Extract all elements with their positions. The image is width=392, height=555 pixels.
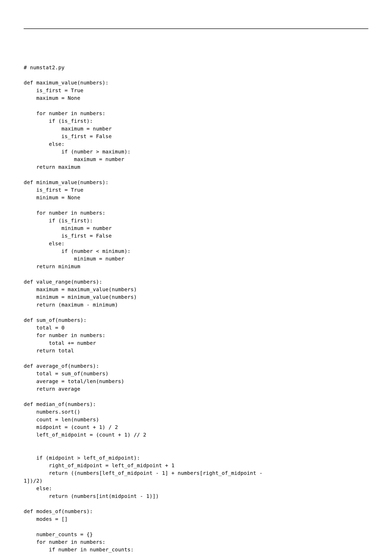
code-listing: # numstat2.py def maximum_value(numbers)… bbox=[24, 64, 368, 554]
document-page: # numstat2.py def maximum_value(numbers)… bbox=[0, 0, 392, 555]
header-rule bbox=[24, 29, 368, 29]
